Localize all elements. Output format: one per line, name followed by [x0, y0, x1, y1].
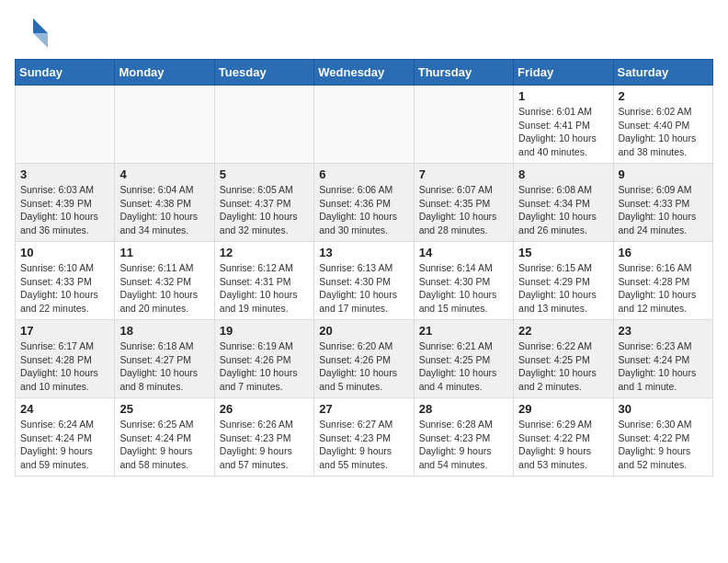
day-cell: 6Sunrise: 6:06 AM Sunset: 4:36 PM Daylig…	[314, 164, 414, 242]
day-info: Sunrise: 6:19 AM Sunset: 4:26 PM Dayligh…	[220, 339, 309, 394]
day-number: 23	[619, 324, 708, 338]
day-cell: 14Sunrise: 6:14 AM Sunset: 4:30 PM Dayli…	[414, 242, 513, 320]
day-info: Sunrise: 6:05 AM Sunset: 4:37 PM Dayligh…	[220, 183, 309, 237]
day-number: 24	[20, 402, 109, 416]
day-info: Sunrise: 6:16 AM Sunset: 4:28 PM Dayligh…	[619, 261, 708, 316]
day-number: 8	[518, 167, 608, 181]
day-number: 19	[220, 324, 309, 338]
weekday-header-row: SundayMondayTuesdayWednesdayThursdayFrid…	[16, 60, 713, 86]
weekday-header-thursday: Thursday	[414, 60, 513, 86]
day-info: Sunrise: 6:09 AM Sunset: 4:33 PM Dayligh…	[619, 183, 708, 237]
day-number: 16	[619, 246, 708, 259]
day-info: Sunrise: 6:02 AM Sunset: 4:40 PM Dayligh…	[619, 105, 708, 159]
svg-marker-0	[33, 18, 48, 33]
day-number: 7	[419, 167, 508, 181]
weekday-header-friday: Friday	[514, 60, 613, 86]
day-cell	[214, 86, 313, 164]
day-cell: 2Sunrise: 6:02 AM Sunset: 4:40 PM Daylig…	[613, 86, 712, 164]
logo	[15, 15, 51, 48]
day-info: Sunrise: 6:13 AM Sunset: 4:30 PM Dayligh…	[319, 261, 408, 316]
day-cell	[115, 86, 214, 164]
day-number: 5	[220, 167, 309, 181]
weekday-header-sunday: Sunday	[16, 60, 115, 86]
day-info: Sunrise: 6:26 AM Sunset: 4:23 PM Dayligh…	[220, 418, 309, 472]
day-cell	[16, 86, 115, 164]
week-row-1: 1Sunrise: 6:01 AM Sunset: 4:41 PM Daylig…	[16, 86, 713, 164]
day-info: Sunrise: 6:04 AM Sunset: 4:38 PM Dayligh…	[119, 183, 209, 237]
day-cell: 15Sunrise: 6:15 AM Sunset: 4:29 PM Dayli…	[514, 242, 613, 320]
day-info: Sunrise: 6:15 AM Sunset: 4:29 PM Dayligh…	[518, 261, 608, 316]
day-cell: 8Sunrise: 6:08 AM Sunset: 4:34 PM Daylig…	[514, 164, 613, 242]
weekday-header-saturday: Saturday	[613, 60, 712, 86]
day-info: Sunrise: 6:01 AM Sunset: 4:41 PM Dayligh…	[518, 105, 608, 159]
day-info: Sunrise: 6:21 AM Sunset: 4:25 PM Dayligh…	[419, 339, 508, 394]
day-cell: 17Sunrise: 6:17 AM Sunset: 4:28 PM Dayli…	[16, 320, 115, 398]
day-info: Sunrise: 6:11 AM Sunset: 4:32 PM Dayligh…	[119, 261, 209, 316]
day-cell: 12Sunrise: 6:12 AM Sunset: 4:31 PM Dayli…	[214, 242, 313, 320]
weekday-header-tuesday: Tuesday	[214, 60, 313, 86]
day-cell: 13Sunrise: 6:13 AM Sunset: 4:30 PM Dayli…	[314, 242, 414, 320]
day-info: Sunrise: 6:06 AM Sunset: 4:36 PM Dayligh…	[319, 183, 408, 237]
day-info: Sunrise: 6:03 AM Sunset: 4:39 PM Dayligh…	[20, 183, 109, 237]
day-info: Sunrise: 6:12 AM Sunset: 4:31 PM Dayligh…	[220, 261, 309, 316]
day-number: 26	[220, 402, 309, 416]
day-number: 14	[419, 246, 508, 259]
day-cell: 7Sunrise: 6:07 AM Sunset: 4:35 PM Daylig…	[414, 164, 513, 242]
day-number: 11	[119, 246, 209, 259]
day-cell: 27Sunrise: 6:27 AM Sunset: 4:23 PM Dayli…	[314, 398, 414, 477]
day-info: Sunrise: 6:29 AM Sunset: 4:22 PM Dayligh…	[518, 418, 608, 472]
day-cell: 20Sunrise: 6:20 AM Sunset: 4:26 PM Dayli…	[314, 320, 414, 398]
day-cell: 9Sunrise: 6:09 AM Sunset: 4:33 PM Daylig…	[613, 164, 712, 242]
day-cell: 16Sunrise: 6:16 AM Sunset: 4:28 PM Dayli…	[613, 242, 712, 320]
day-number: 10	[20, 246, 109, 259]
day-info: Sunrise: 6:08 AM Sunset: 4:34 PM Dayligh…	[518, 183, 608, 237]
day-number: 21	[419, 324, 508, 338]
week-row-5: 24Sunrise: 6:24 AM Sunset: 4:24 PM Dayli…	[16, 398, 713, 477]
day-number: 3	[20, 167, 109, 181]
week-row-2: 3Sunrise: 6:03 AM Sunset: 4:39 PM Daylig…	[16, 164, 713, 242]
week-row-4: 17Sunrise: 6:17 AM Sunset: 4:28 PM Dayli…	[16, 320, 713, 398]
calendar: SundayMondayTuesdayWednesdayThursdayFrid…	[15, 59, 713, 477]
day-cell: 29Sunrise: 6:29 AM Sunset: 4:22 PM Dayli…	[514, 398, 613, 477]
day-cell: 22Sunrise: 6:22 AM Sunset: 4:25 PM Dayli…	[514, 320, 613, 398]
svg-marker-1	[33, 33, 48, 48]
day-info: Sunrise: 6:22 AM Sunset: 4:25 PM Dayligh…	[518, 339, 608, 394]
day-cell: 26Sunrise: 6:26 AM Sunset: 4:23 PM Dayli…	[214, 398, 313, 477]
day-number: 22	[518, 324, 608, 338]
day-info: Sunrise: 6:28 AM Sunset: 4:23 PM Dayligh…	[419, 418, 508, 472]
day-info: Sunrise: 6:30 AM Sunset: 4:22 PM Dayligh…	[619, 418, 708, 472]
day-info: Sunrise: 6:18 AM Sunset: 4:27 PM Dayligh…	[119, 339, 209, 394]
day-number: 6	[319, 167, 408, 181]
day-cell: 19Sunrise: 6:19 AM Sunset: 4:26 PM Dayli…	[214, 320, 313, 398]
day-cell: 28Sunrise: 6:28 AM Sunset: 4:23 PM Dayli…	[414, 398, 513, 477]
day-cell: 11Sunrise: 6:11 AM Sunset: 4:32 PM Dayli…	[115, 242, 214, 320]
logo-icon	[15, 15, 48, 48]
day-cell: 30Sunrise: 6:30 AM Sunset: 4:22 PM Dayli…	[613, 398, 712, 477]
day-number: 17	[20, 324, 109, 338]
day-cell: 24Sunrise: 6:24 AM Sunset: 4:24 PM Dayli…	[16, 398, 115, 477]
day-info: Sunrise: 6:27 AM Sunset: 4:23 PM Dayligh…	[319, 418, 408, 472]
day-number: 27	[319, 402, 408, 416]
day-info: Sunrise: 6:10 AM Sunset: 4:33 PM Dayligh…	[20, 261, 109, 316]
day-number: 29	[518, 402, 608, 416]
day-number: 28	[419, 402, 508, 416]
day-info: Sunrise: 6:24 AM Sunset: 4:24 PM Dayligh…	[20, 418, 109, 472]
day-cell: 10Sunrise: 6:10 AM Sunset: 4:33 PM Dayli…	[16, 242, 115, 320]
day-number: 4	[119, 167, 209, 181]
day-cell: 5Sunrise: 6:05 AM Sunset: 4:37 PM Daylig…	[214, 164, 313, 242]
day-cell: 18Sunrise: 6:18 AM Sunset: 4:27 PM Dayli…	[115, 320, 214, 398]
weekday-header-monday: Monday	[115, 60, 214, 86]
day-info: Sunrise: 6:14 AM Sunset: 4:30 PM Dayligh…	[419, 261, 508, 316]
day-number: 9	[619, 167, 708, 181]
page-header	[15, 15, 713, 48]
day-info: Sunrise: 6:17 AM Sunset: 4:28 PM Dayligh…	[20, 339, 109, 394]
day-number: 20	[319, 324, 408, 338]
day-number: 30	[619, 402, 708, 416]
day-number: 2	[619, 89, 708, 103]
day-number: 18	[119, 324, 209, 338]
day-number: 13	[319, 246, 408, 259]
day-info: Sunrise: 6:25 AM Sunset: 4:24 PM Dayligh…	[119, 418, 209, 472]
week-row-3: 10Sunrise: 6:10 AM Sunset: 4:33 PM Dayli…	[16, 242, 713, 320]
weekday-header-wednesday: Wednesday	[314, 60, 414, 86]
day-cell: 21Sunrise: 6:21 AM Sunset: 4:25 PM Dayli…	[414, 320, 513, 398]
